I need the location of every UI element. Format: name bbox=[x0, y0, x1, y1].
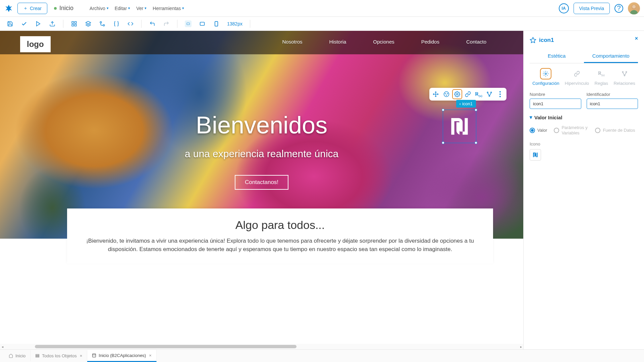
subtab-relaciones[interactable]: Relaciones bbox=[613, 68, 635, 86]
resize-handle[interactable] bbox=[442, 109, 444, 111]
resize-handle[interactable] bbox=[475, 109, 477, 111]
svg-point-29 bbox=[499, 96, 501, 97]
close-tab-icon[interactable]: × bbox=[80, 353, 83, 358]
topbar-right: IA Vista Previa ? bbox=[559, 2, 640, 14]
radio-fuente-datos[interactable]: Fuente de Datos bbox=[595, 128, 635, 133]
svg-rect-38 bbox=[36, 355, 39, 356]
hero-subtitle[interactable]: a una experiencia realmente única bbox=[185, 148, 339, 160]
bottom-tab-todos-objetos[interactable]: Todos los Objetos × bbox=[31, 350, 87, 361]
svg-line-25 bbox=[488, 93, 489, 96]
nav-contacto[interactable]: Contacto bbox=[466, 39, 486, 45]
svg-rect-5 bbox=[72, 21, 73, 23]
subtab-configuracion[interactable]: Configuración bbox=[532, 68, 559, 86]
svg-point-28 bbox=[499, 94, 501, 95]
label-identificador: Identificador bbox=[587, 92, 638, 97]
menu-herramientas[interactable]: Herramientas▾ bbox=[153, 6, 184, 11]
bottom-tab-inicio-b2c[interactable]: Inicio (B2CAplicaciones) × bbox=[87, 350, 157, 362]
svg-point-27 bbox=[499, 91, 501, 93]
menu-ver[interactable]: Ver▾ bbox=[136, 6, 147, 11]
gear-icon[interactable] bbox=[452, 89, 462, 99]
status-dot-icon bbox=[54, 7, 57, 10]
link-icon[interactable] bbox=[463, 89, 473, 99]
selection-toolbar: R(x) bbox=[429, 88, 506, 101]
breadcrumb-label: Inicio bbox=[59, 5, 73, 12]
save-icon[interactable] bbox=[7, 20, 13, 27]
rules-icon[interactable]: R(x) bbox=[474, 89, 484, 99]
separator bbox=[63, 20, 63, 28]
gear-icon bbox=[540, 68, 551, 79]
input-nombre[interactable] bbox=[530, 99, 581, 109]
horizontal-scrollbar[interactable]: ◂ ▸ bbox=[0, 344, 523, 349]
radio-valor[interactable]: Valor bbox=[530, 128, 547, 133]
menu-archivo[interactable]: Archivo▾ bbox=[90, 6, 109, 11]
export-icon[interactable] bbox=[49, 20, 56, 27]
relations-icon[interactable] bbox=[484, 89, 494, 99]
avatar[interactable] bbox=[628, 2, 640, 14]
help-icon[interactable]: ? bbox=[614, 4, 623, 13]
svg-point-11 bbox=[103, 24, 105, 26]
content-card[interactable]: Algo para todos... ¡Bienvenido, te invit… bbox=[67, 208, 493, 263]
svg-point-23 bbox=[491, 92, 492, 93]
svg-point-33 bbox=[626, 71, 627, 72]
layers-icon[interactable] bbox=[85, 20, 92, 27]
nav-opciones[interactable]: Opciones bbox=[373, 39, 394, 45]
device-tablet-icon[interactable] bbox=[199, 20, 206, 27]
tab-estetica[interactable]: Estética bbox=[530, 50, 584, 63]
svg-rect-13 bbox=[200, 22, 205, 25]
path-icon[interactable] bbox=[99, 20, 106, 27]
main-area: logo Nosotros Historia Opciones Pedidos … bbox=[0, 31, 644, 349]
tab-comportamiento[interactable]: Comportamiento bbox=[584, 50, 638, 63]
breadcrumb-home[interactable]: Inicio bbox=[54, 5, 73, 12]
device-desktop-icon[interactable] bbox=[185, 20, 192, 27]
close-panel-icon[interactable]: × bbox=[635, 36, 638, 42]
scroll-right-icon[interactable]: ▸ bbox=[519, 345, 523, 349]
create-button[interactable]: ＋ Crear bbox=[17, 3, 47, 14]
valor-inicial-heading[interactable]: ▾ Valor Inicial bbox=[530, 114, 638, 120]
create-button-label: Crear bbox=[30, 6, 42, 11]
hero-title[interactable]: Bienvenidos bbox=[196, 111, 327, 139]
radio-parametros[interactable]: Parámetros y Variables bbox=[554, 125, 588, 135]
resize-handle[interactable] bbox=[475, 141, 477, 144]
more-icon[interactable] bbox=[495, 89, 505, 99]
device-mobile-icon[interactable] bbox=[213, 20, 220, 27]
field-nombre: Nombre bbox=[530, 92, 581, 109]
close-tab-icon[interactable]: × bbox=[149, 353, 152, 358]
site-logo[interactable]: logo bbox=[20, 36, 51, 52]
ia-badge[interactable]: IA bbox=[559, 3, 569, 13]
menu-editar[interactable]: Editar▾ bbox=[115, 6, 130, 11]
palette-icon[interactable] bbox=[441, 89, 451, 99]
svg-marker-3 bbox=[37, 21, 40, 26]
scrollbar-thumb[interactable] bbox=[35, 345, 297, 348]
play-icon[interactable] bbox=[35, 20, 42, 27]
nav-nosotros[interactable]: Nosotros bbox=[282, 39, 302, 45]
svg-rect-6 bbox=[75, 21, 76, 23]
resize-handle[interactable] bbox=[442, 141, 444, 144]
preview-button[interactable]: Vista Previa bbox=[574, 3, 610, 14]
field-identificador: Identificador bbox=[587, 92, 638, 109]
code-braces-icon[interactable] bbox=[113, 20, 120, 27]
canvas[interactable]: logo Nosotros Historia Opciones Pedidos … bbox=[0, 31, 523, 349]
chevron-down-icon: ▾ bbox=[128, 6, 130, 10]
grid-icon[interactable] bbox=[71, 20, 77, 27]
selection-label[interactable]: ‹icon1 bbox=[456, 100, 476, 108]
move-icon[interactable] bbox=[431, 89, 441, 99]
bottom-tab-inicio[interactable]: Inicio bbox=[4, 350, 31, 361]
icono-picker[interactable] bbox=[530, 149, 541, 161]
subtab-hipervinculo[interactable]: Hipervínculo bbox=[565, 68, 589, 86]
scroll-left-icon[interactable]: ◂ bbox=[0, 345, 5, 349]
selected-element-icon1[interactable]: ‹icon1 bbox=[443, 110, 476, 143]
undo-icon[interactable] bbox=[149, 20, 156, 27]
svg-point-19 bbox=[447, 94, 448, 94]
nav-pedidos[interactable]: Pedidos bbox=[421, 39, 439, 45]
nav-historia[interactable]: Historia bbox=[329, 39, 346, 45]
hero-cta-button[interactable]: Contactanos! bbox=[235, 175, 288, 190]
svg-point-31 bbox=[545, 73, 547, 75]
separator bbox=[177, 20, 177, 28]
check-icon[interactable] bbox=[21, 20, 28, 27]
svg-marker-9 bbox=[86, 21, 91, 24]
code-icon[interactable] bbox=[127, 20, 134, 27]
input-identificador[interactable] bbox=[587, 99, 638, 109]
subtab-reglas[interactable]: R(x) Reglas bbox=[595, 68, 608, 86]
topbar: ＋ Crear Inicio Archivo▾ Editar▾ Ver▾ Her… bbox=[0, 0, 644, 17]
star-icon[interactable] bbox=[530, 37, 536, 44]
